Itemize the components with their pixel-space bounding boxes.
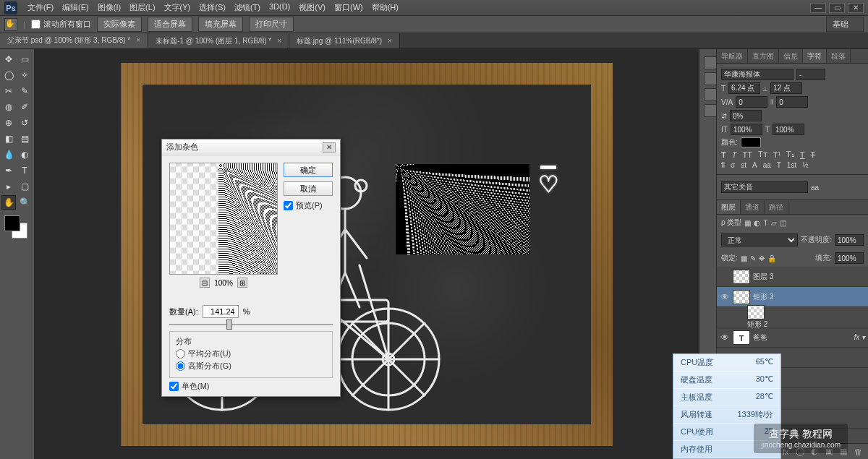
document-tab[interactable]: 未标题-1 @ 100% (图层 1, RGB/8) *× (148, 33, 289, 48)
underline-icon[interactable]: T (800, 150, 805, 159)
menu-item[interactable]: 图层(L) (125, 2, 159, 13)
blend-mode-select[interactable]: 正常 (721, 233, 798, 246)
menu-item[interactable]: 视图(V) (294, 2, 330, 13)
crop-tool[interactable]: ✂ (1, 84, 16, 98)
panel-tab[interactable]: 路径 (765, 200, 788, 214)
heal-tool[interactable]: ◍ (1, 100, 16, 114)
zoom-in-button[interactable]: ⊞ (237, 278, 247, 288)
visibility-toggle[interactable]: 👁 (720, 333, 730, 343)
preview-checkbox[interactable]: 预览(P) (284, 200, 333, 211)
uniform-radio[interactable]: 平均分布(U) (176, 348, 326, 359)
dialog-close-button[interactable]: ✕ (323, 142, 336, 153)
layer-row[interactable]: 矩形 2 (717, 307, 868, 327)
move-tool[interactable]: ✥ (1, 52, 16, 67)
workspace-switcher[interactable]: 基础 (826, 17, 864, 32)
ok-button[interactable]: 确定 (284, 163, 333, 177)
menu-item[interactable]: 文字(Y) (160, 2, 195, 13)
visibility-toggle[interactable] (720, 312, 730, 322)
strike-icon[interactable]: T (811, 150, 816, 159)
fill-screen-btn[interactable]: 填充屏幕 (198, 17, 243, 32)
dialog-preview[interactable] (169, 163, 278, 275)
menu-item[interactable]: 3D(D) (265, 2, 294, 13)
font-size-input[interactable] (728, 82, 760, 94)
history-brush-tool[interactable]: ↺ (17, 116, 32, 130)
bold-icon[interactable]: T (721, 150, 726, 159)
panel-tab[interactable]: 段落 (827, 49, 851, 63)
lock-trans-icon[interactable]: ▦ (741, 254, 747, 262)
lock-pixels-icon[interactable]: ✎ (750, 254, 756, 262)
adjustments-icon[interactable] (704, 104, 717, 117)
panel-tab[interactable]: 导航器 (717, 49, 748, 63)
font-style-select[interactable] (796, 69, 825, 80)
visibility-toggle[interactable] (720, 272, 730, 282)
hand-tool[interactable]: ✋ (1, 195, 16, 210)
wand-tool[interactable]: ✧ (17, 68, 32, 82)
lock-pos-icon[interactable]: ✥ (759, 254, 765, 262)
document-tab[interactable]: 标题.jpg @ 111%(RGB/8*)× (289, 33, 400, 48)
tracking-input[interactable] (776, 96, 808, 108)
filter-type-icon[interactable]: T (763, 219, 767, 227)
panel-tab[interactable]: 直方图 (748, 49, 779, 63)
delete-layer-icon[interactable]: 🗑 (852, 446, 864, 458)
eyedropper-tool[interactable]: ✎ (17, 84, 32, 98)
type-tool[interactable]: T (17, 163, 32, 178)
dodge-tool[interactable]: ◐ (17, 147, 32, 162)
vscale-input[interactable] (731, 124, 762, 135)
filter-shape-icon[interactable]: ▱ (771, 219, 777, 227)
allcaps-icon[interactable]: TT (742, 150, 752, 159)
swatches-icon[interactable] (704, 72, 717, 85)
layer-row[interactable]: 图层 3 (717, 267, 868, 287)
stamp-tool[interactable]: ⊕ (1, 116, 16, 130)
styles-icon[interactable] (704, 88, 717, 101)
amount-input[interactable] (203, 305, 239, 318)
fg-color-swatch[interactable] (4, 215, 20, 231)
panel-tab[interactable]: 图层 (717, 200, 741, 214)
monochromatic-checkbox[interactable]: 单色(M) (169, 381, 333, 392)
superscript-icon[interactable]: T¹ (773, 150, 780, 159)
minimize-button[interactable]: — (810, 3, 826, 13)
tab-close-icon[interactable]: × (277, 37, 281, 45)
visibility-toggle[interactable]: 👁 (720, 292, 730, 302)
menu-item[interactable]: 窗口(W) (330, 2, 367, 13)
leading-input[interactable] (770, 82, 802, 94)
menu-item[interactable]: 帮助(H) (367, 2, 403, 13)
canvas-area[interactable]: I♡ 添加杂色 ✕ ⊟ 100% ⊞ 确定 取消 (35, 49, 699, 459)
baseline-input[interactable] (730, 110, 762, 121)
smallcaps-icon[interactable]: Tᴛ (758, 150, 767, 159)
kerning-input[interactable] (736, 96, 767, 108)
layer-row[interactable]: 👁T爸爸fx ▾ (717, 327, 868, 348)
menu-item[interactable]: 选择(S) (195, 2, 230, 13)
color-swatches[interactable] (4, 215, 27, 239)
blur-tool[interactable]: 💧 (1, 147, 16, 162)
fill-input[interactable] (835, 252, 864, 264)
path-select-tool[interactable]: ▸ (1, 179, 16, 194)
zoom-tool[interactable]: 🔍 (17, 195, 32, 210)
shape-tool[interactable]: ▢ (17, 179, 32, 194)
fit-screen-btn[interactable]: 适合屏幕 (148, 17, 192, 32)
text-color-swatch[interactable] (741, 137, 761, 147)
italic-icon[interactable]: T (732, 150, 737, 159)
tab-close-icon[interactable]: × (136, 36, 140, 44)
subscript-icon[interactable]: T₁ (786, 150, 794, 159)
menu-item[interactable]: 图像(I) (93, 2, 125, 13)
lock-all-icon[interactable]: 🔒 (767, 254, 776, 262)
panel-tab[interactable]: 字符 (803, 49, 827, 63)
actual-pixels-btn[interactable]: 实际像素 (97, 17, 142, 32)
brush-tool[interactable]: ✐ (17, 100, 32, 114)
gradient-tool[interactable]: ▤ (17, 132, 32, 146)
panel-tab[interactable]: 通道 (741, 200, 765, 214)
menu-item[interactable]: 文件(F) (23, 2, 58, 13)
filter-pixel-icon[interactable]: ▦ (744, 219, 751, 227)
marquee-tool[interactable]: ▭ (17, 52, 32, 67)
tab-close-icon[interactable]: × (388, 37, 392, 45)
gaussian-radio[interactable]: 高斯分布(G) (176, 361, 326, 372)
color-icon[interactable] (704, 56, 717, 69)
menu-item[interactable]: 滤镜(T) (230, 2, 265, 13)
print-size-btn[interactable]: 打印尺寸 (249, 17, 294, 32)
eraser-tool[interactable]: ◧ (1, 132, 16, 146)
filter-smart-icon[interactable]: ◫ (780, 219, 786, 227)
panel-tab[interactable]: 信息 (779, 49, 803, 63)
opacity-input[interactable] (835, 234, 864, 246)
adjustments-select[interactable] (721, 181, 808, 193)
scroll-all-check[interactable]: 滚动所有窗口 (31, 19, 91, 30)
